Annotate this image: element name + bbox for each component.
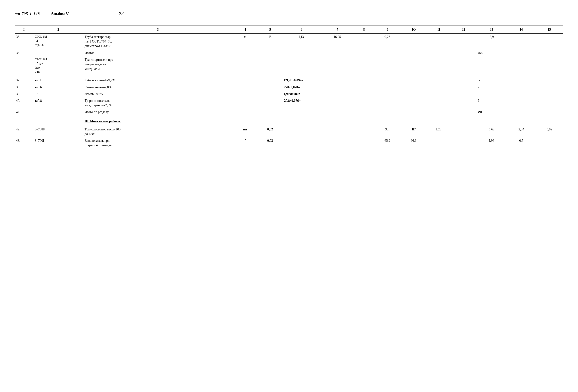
row-c6	[283, 109, 320, 116]
row-c9	[373, 50, 401, 56]
table-row: 37. таб.I Кабель силовой–9,7% I2I,46х0,0…	[15, 77, 563, 84]
row-c4	[233, 97, 258, 109]
row-c9	[373, 109, 401, 116]
row-desc: Светильники–7,8%	[83, 84, 233, 91]
row-c9	[373, 97, 401, 109]
col-header-13: I3	[476, 26, 507, 34]
row-c4	[233, 109, 258, 116]
table-row: 36. Итого: 456	[15, 50, 563, 56]
row-c12	[451, 109, 476, 116]
row-c11	[426, 97, 451, 109]
section-header-row: III. Монтажные работы.	[15, 118, 563, 126]
row-c10	[401, 97, 426, 109]
col-header-10: IO	[401, 26, 426, 34]
row-spacer	[15, 116, 563, 118]
row-c12	[451, 34, 476, 50]
row-c7	[320, 77, 355, 84]
row-c9: 0,26	[373, 34, 401, 50]
row-c14	[507, 97, 535, 109]
row-c4	[233, 77, 258, 84]
row-desc: Итого:	[83, 50, 233, 56]
row-c10	[401, 77, 426, 84]
row-c7	[320, 50, 355, 56]
row-ref: таб.6	[33, 84, 83, 91]
row-desc: Лампы–8,6%	[83, 91, 233, 97]
row-c14	[507, 77, 535, 84]
row-c6	[283, 137, 320, 149]
row-c5	[258, 109, 283, 116]
row-c9	[373, 91, 401, 97]
row-c11	[426, 77, 451, 84]
col-header-15: I5	[535, 26, 563, 34]
row-desc: Транспортные и про- чие расходы на матер…	[83, 56, 233, 75]
row-num: 4I.	[15, 109, 33, 116]
row-c8	[355, 77, 373, 84]
section-header-filler	[233, 118, 563, 126]
table-row: 42. 8–7088 Трансформатор весом I00 до I2…	[15, 126, 563, 137]
row-desc: Выключатель при открытой проводке	[83, 137, 233, 149]
row-c12	[451, 97, 476, 109]
row-num: 42.	[15, 126, 33, 137]
col-header-7: 7	[320, 26, 355, 34]
row-c8	[355, 34, 373, 50]
row-c6	[283, 126, 320, 137]
row-c9	[373, 84, 401, 91]
row-c8	[355, 84, 373, 91]
row-ref: 8–7088	[33, 126, 83, 137]
row-c13: 6,62	[476, 126, 507, 137]
row-c8	[355, 97, 373, 109]
row-c7	[320, 137, 355, 149]
row-c6: 20,8х0,076=	[283, 97, 320, 109]
table-row: 39. –"– Лампы–8,6% I,96х0,086= –	[15, 91, 563, 97]
row-unit: шт	[233, 126, 258, 137]
row-c8	[355, 109, 373, 116]
row-c11	[426, 84, 451, 91]
row-c11	[426, 91, 451, 97]
section-header-label: III. Монтажные работы.	[83, 118, 233, 126]
row-c15: –	[535, 137, 563, 149]
section-header-empty	[33, 118, 83, 126]
row-c5	[258, 97, 283, 109]
row-num: 39.	[15, 91, 33, 97]
row-c13: 3,9	[476, 34, 507, 50]
row-c14	[507, 34, 535, 50]
row-num: 35.	[15, 34, 33, 50]
row-c15	[535, 109, 563, 116]
row-num: 37.	[15, 77, 33, 84]
row-c14	[507, 109, 535, 116]
row-c12	[451, 50, 476, 56]
col-header-12: I2	[451, 26, 476, 34]
row-c15	[535, 91, 563, 97]
main-table: I 2 3 4 5 6 7 8 9 IO II I2 I3 I4 I5 35. …	[15, 26, 563, 149]
row-c9: 33I	[373, 126, 401, 137]
table-row: 4I. Итого по разделу II 49I	[15, 109, 563, 116]
col-header-8: 8	[355, 26, 373, 34]
row-c15	[535, 84, 563, 91]
row-c14	[507, 84, 535, 91]
row-c14	[507, 50, 535, 56]
row-c12	[451, 77, 476, 84]
row-c5	[258, 50, 283, 56]
col-header-9: 9	[373, 26, 401, 34]
col-header-6: 6	[283, 26, 320, 34]
row-ref	[33, 109, 83, 116]
row-c10: I6,6	[401, 137, 426, 149]
row-num: 40.	[15, 97, 33, 109]
col-header-1: I	[15, 26, 33, 34]
row-c15	[535, 50, 563, 56]
row-c13: 456	[476, 50, 507, 56]
row-c5	[258, 77, 283, 84]
row-ref: таб.I	[33, 77, 83, 84]
row-c14: 0,5	[507, 137, 535, 149]
row-desc: Труба электросвар- ная ГОСТI0704–76, диа…	[83, 34, 233, 50]
row-c12	[451, 91, 476, 97]
row-c6: I,I3	[283, 34, 320, 50]
album-label: Альбом V	[51, 11, 69, 16]
row-desc: Трансформатор весом I00 до I2кт	[83, 126, 233, 137]
row-unit: "	[233, 137, 258, 149]
row-c12	[451, 84, 476, 91]
row-c5: 0,02	[258, 126, 283, 137]
row-ref: СРСЦ №I ч.I отр.I06	[33, 34, 83, 50]
row-num: 43.	[15, 137, 33, 149]
row-c11	[426, 109, 451, 116]
